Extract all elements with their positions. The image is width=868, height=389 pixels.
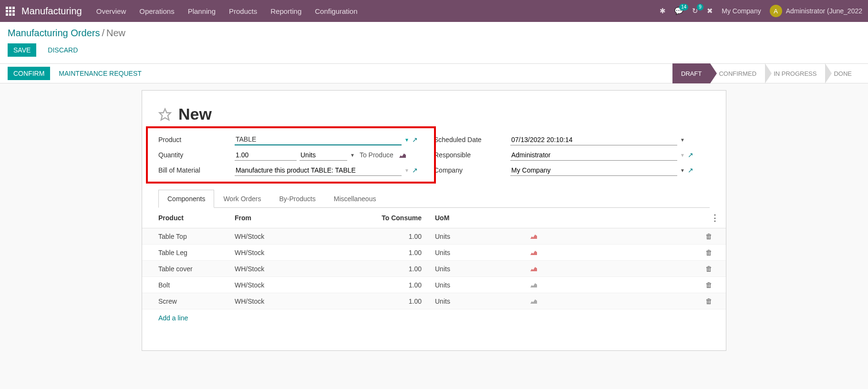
to-produce-label: To Produce [360,151,393,159]
tab-miscellaneous[interactable]: Miscellaneous [325,190,385,208]
cell-product[interactable]: Bolt [142,277,228,293]
tools-icon[interactable]: ✖ [707,7,713,15]
forecast-icon[interactable] [399,151,406,159]
product-external-link-icon[interactable]: ↗ [412,136,418,143]
bom-external-link-icon[interactable]: ↗ [412,166,418,174]
tab-work-orders[interactable]: Work Orders [214,190,270,208]
activities-icon[interactable]: ↻9 [692,7,698,15]
cell-uom[interactable]: Units [428,228,524,245]
table-row[interactable]: ScrewWH/Stock1.00Units🗑 [142,293,726,309]
status-confirmed[interactable]: CONFIRMED [710,63,765,83]
cell-qty[interactable]: 1.00 [362,228,428,245]
cell-product[interactable]: Table Top [142,228,228,245]
favorite-star-icon[interactable] [158,108,172,121]
delete-row-icon[interactable]: 🗑 [705,232,713,240]
scheduled-date-input[interactable] [510,134,677,145]
nav-overview[interactable]: Overview [96,7,126,15]
cell-uom[interactable]: Units [428,261,524,277]
col-to-consume[interactable]: To Consume [362,208,428,228]
cell-uom[interactable]: Units [428,277,524,293]
delete-row-icon[interactable]: 🗑 [705,248,713,256]
maintenance-request-button[interactable]: MAINTENANCE REQUEST [53,67,147,80]
nav-configuration[interactable]: Configuration [315,7,357,15]
cell-product[interactable]: Screw [142,293,228,309]
product-label: Product [158,136,235,143]
activities-badge: 9 [697,4,703,10]
cell-uom[interactable]: Units [428,293,524,309]
nav-operations[interactable]: Operations [139,7,174,15]
table-row[interactable]: Table coverWH/Stock1.00Units🗑 [142,261,726,277]
table-row[interactable]: BoltWH/Stock1.00Units🗑 [142,277,726,293]
quantity-uom-input[interactable] [300,150,347,161]
forecast-row-icon[interactable] [530,298,537,305]
save-button[interactable]: SAVE [8,43,36,57]
confirm-button[interactable]: CONFIRM [8,67,50,80]
nav-planning[interactable]: Planning [188,7,216,15]
col-product[interactable]: Product [142,208,228,228]
cell-qty[interactable]: 1.00 [362,261,428,277]
apps-icon[interactable] [6,7,15,16]
quantity-input[interactable] [235,150,297,161]
status-draft[interactable]: DRAFT [672,63,710,83]
delete-row-icon[interactable]: 🗑 [705,297,713,305]
cell-product[interactable]: Table cover [142,261,228,277]
responsible-label: Responsible [434,151,510,159]
col-uom[interactable]: UoM [428,208,524,228]
nav-reporting[interactable]: Reporting [270,7,301,15]
tab-components[interactable]: Components [158,190,214,208]
cell-qty[interactable]: 1.00 [362,277,428,293]
delete-row-icon[interactable]: 🗑 [705,281,713,289]
cell-from[interactable]: WH/Stock [228,293,362,309]
status-in-progress[interactable]: IN PROGRESS [765,63,825,83]
forecast-row-icon[interactable] [530,266,537,273]
company-selector[interactable]: My Company [722,7,761,15]
delete-row-icon[interactable]: 🗑 [705,265,713,273]
breadcrumb-current: New [106,28,125,38]
forecast-row-icon[interactable] [530,233,537,240]
user-name[interactable]: Administrator (June_2022 [786,7,862,15]
discard-button[interactable]: DISCARD [42,43,83,57]
table-row[interactable]: Table LegWH/Stock1.00Units🗑 [142,245,726,261]
messages-icon[interactable]: 💬14 [674,7,683,15]
components-table: Product From To Consume UoM ⋮ Table TopW… [142,208,726,309]
responsible-input[interactable] [510,150,677,161]
nav-products[interactable]: Products [229,7,257,15]
bom-dropdown-icon[interactable]: ▼ [404,168,409,173]
avatar[interactable]: A [770,5,782,17]
bug-icon[interactable]: ✱ [660,7,666,15]
cell-from[interactable]: WH/Stock [228,245,362,261]
responsible-external-link-icon[interactable]: ↗ [688,151,693,159]
cell-product[interactable]: Table Leg [142,245,228,261]
statusbar: CONFIRM MAINTENANCE REQUEST DRAFT CONFIR… [0,63,868,83]
tab-by-products[interactable]: By-Products [270,190,324,208]
topbar-right: ✱ 💬14 ↻9 ✖ My Company A Administrator (J… [660,5,862,17]
columns-menu-icon[interactable]: ⋮ [711,213,719,223]
cell-qty[interactable]: 1.00 [362,293,428,309]
product-input[interactable] [235,134,402,145]
scheduled-dropdown-icon[interactable]: ▼ [680,137,685,143]
page-title: New [178,105,212,123]
company-external-link-icon[interactable]: ↗ [688,166,693,174]
bom-input[interactable] [235,165,402,176]
breadcrumb-bar: Manufacturing Orders/New SAVE DISCARD [0,22,868,63]
cell-uom[interactable]: Units [428,245,524,261]
tabs: Components Work Orders By-Products Misce… [158,189,710,208]
add-a-line[interactable]: Add a line [142,309,726,327]
col-from[interactable]: From [228,208,362,228]
company-input[interactable] [510,165,677,176]
forecast-row-icon[interactable] [530,249,537,256]
uom-dropdown-icon[interactable]: ▼ [350,153,355,158]
company-dropdown-icon[interactable]: ▼ [680,168,685,173]
forecast-row-icon[interactable] [530,282,537,289]
cell-from[interactable]: WH/Stock [228,277,362,293]
responsible-dropdown-icon[interactable]: ▼ [680,153,685,158]
breadcrumb-parent[interactable]: Manufacturing Orders [8,28,100,38]
cell-from[interactable]: WH/Stock [228,261,362,277]
brand[interactable]: Manufacturing [21,6,82,17]
scheduled-date-label: Scheduled Date [434,136,510,143]
table-row[interactable]: Table TopWH/Stock1.00Units🗑 [142,228,726,245]
svg-marker-0 [159,109,170,120]
product-dropdown-icon[interactable]: ▼ [404,137,409,143]
cell-from[interactable]: WH/Stock [228,228,362,245]
cell-qty[interactable]: 1.00 [362,245,428,261]
